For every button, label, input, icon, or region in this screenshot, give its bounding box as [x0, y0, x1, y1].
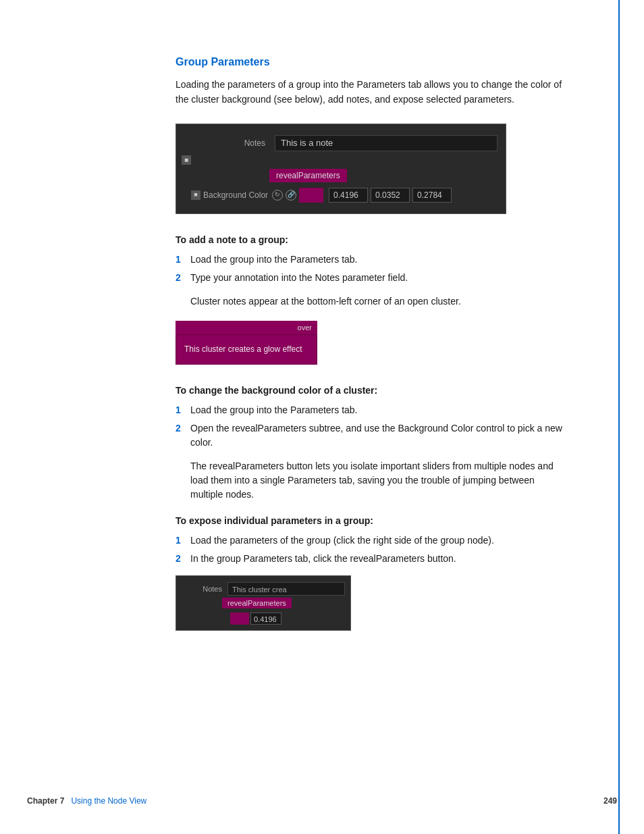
ui-panel-1: Notes This is a note ■ revealParameters …	[176, 124, 506, 214]
expose-params-steps: 1 Load the parameters of the group (clic…	[176, 533, 563, 566]
notes-field[interactable]: This is a note	[275, 135, 498, 151]
color-swatch[interactable]	[299, 188, 323, 203]
cluster-note-text: This cluster creates a glow effect	[184, 344, 302, 354]
value-field-2[interactable]: 0.0352	[371, 188, 410, 203]
expose-step-2: 2 In the group Parameters tab, click the…	[176, 552, 563, 566]
reveal-parameters-button-sm[interactable]: revealParameters	[222, 598, 292, 608]
link-icon[interactable]: 🔗	[286, 190, 296, 201]
reveal-params-description: The revealParameters button lets you iso…	[176, 459, 563, 502]
value-field-1[interactable]: 0.4196	[329, 188, 368, 203]
add-note-step-1: 1 Load the group into the Parameters tab…	[176, 253, 563, 267]
reveal-parameters-button[interactable]: revealParameters	[269, 169, 347, 182]
subtree-icon[interactable]: ■	[191, 190, 200, 200]
notes-row-sm: Notes This cluster crea	[176, 580, 350, 598]
tree-expand-icon[interactable]: ■	[182, 155, 191, 165]
cluster-notes-description: Cluster notes appear at the bottom-left …	[176, 294, 563, 309]
tree-expand-row: ■	[176, 154, 506, 166]
add-note-heading: To add a note to a group:	[176, 233, 563, 247]
cluster-screenshot: over This cluster creates a glow effect	[176, 321, 317, 365]
bg-color-label: Background Color	[203, 189, 268, 201]
cluster-body: This cluster creates a glow effect	[176, 334, 317, 365]
color-row-sm: 0.4196	[176, 611, 350, 626]
notes-label: Notes	[184, 137, 265, 149]
blue-line	[618, 0, 620, 834]
step-number-2b: 2	[176, 421, 185, 450]
section-description: Loading the parameters of a group into t…	[176, 77, 563, 107]
value-field-3[interactable]: 0.2784	[412, 188, 452, 203]
footer-page-number: 249	[603, 795, 617, 807]
value-field-sm[interactable]: 0.4196	[250, 613, 281, 625]
notes-label-sm: Notes	[182, 583, 222, 595]
add-note-steps: 1 Load the group into the Parameters tab…	[176, 253, 563, 285]
notes-value-sm[interactable]: This cluster crea	[227, 582, 345, 596]
expose-step-1: 1 Load the parameters of the group (clic…	[176, 533, 563, 548]
page-footer: Chapter 7 Using the Node View 249	[0, 795, 644, 807]
change-bg-step-2: 2 Open the revealParameters subtree, and…	[176, 421, 563, 450]
add-note-step-2: 2 Type your annotation into the Notes pa…	[176, 271, 563, 285]
step-number-1c: 1	[176, 533, 185, 548]
step-number-2: 2	[176, 271, 185, 285]
expose-params-heading: To expose individual parameters in a gro…	[176, 514, 563, 528]
color-swatch-sm	[230, 613, 249, 625]
change-bg-steps: 1 Load the group into the Parameters tab…	[176, 403, 563, 450]
step-number-2c: 2	[176, 552, 185, 566]
step-number-1b: 1	[176, 403, 185, 417]
ui-panel-2: Notes This cluster crea revealParameters…	[176, 575, 351, 631]
change-bg-step-1: 1 Load the group into the Parameters tab…	[176, 403, 563, 417]
footer-chapter-link[interactable]: Using the Node View	[71, 796, 146, 806]
notes-row: Notes This is a note	[176, 132, 506, 154]
reset-icon[interactable]: ↻	[272, 190, 283, 201]
bg-color-row: ■ Background Color ↻ 🔗 0.4196 0.0352 0.2…	[176, 185, 506, 205]
change-bg-heading: To change the background color of a clus…	[176, 384, 563, 398]
cluster-top-bar: over	[176, 321, 317, 335]
section-title: Group Parameters	[176, 54, 563, 70]
footer-chapter: Chapter 7 Using the Node View	[27, 795, 146, 807]
step-number-1: 1	[176, 253, 185, 267]
reveal-btn-row: revealParameters	[176, 166, 506, 185]
